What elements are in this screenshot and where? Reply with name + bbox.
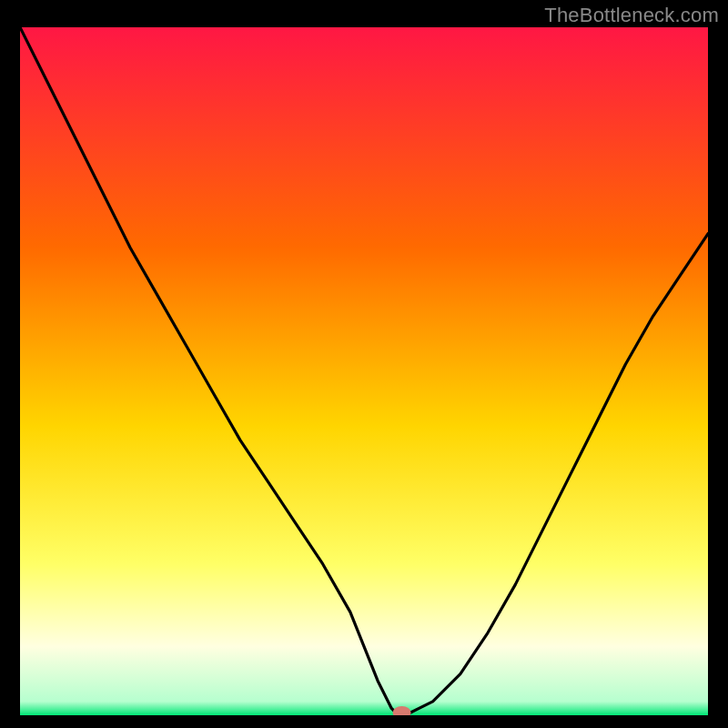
plot-area — [20, 27, 708, 715]
bottleneck-chart — [20, 27, 708, 715]
svg-rect-0 — [20, 27, 708, 715]
chart-frame: TheBottleneck.com — [0, 0, 728, 728]
watermark-text: TheBottleneck.com — [544, 4, 719, 27]
